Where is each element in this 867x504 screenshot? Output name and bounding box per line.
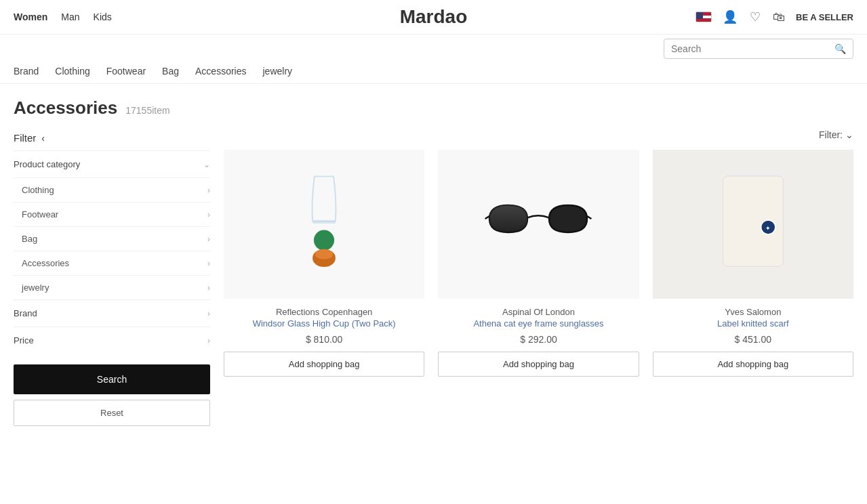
wishlist-icon[interactable]: ♡ <box>748 8 762 26</box>
filter-right-label: Filter: <box>819 129 843 140</box>
product-name-0: Windsor Glass High Cup (Two Pack) <box>224 318 424 329</box>
sidebar-reset-button[interactable]: Reset <box>14 400 210 426</box>
sub-clothing-label: Clothing <box>22 185 54 195</box>
product-brand-2: Yves Salomon <box>653 307 853 317</box>
cat-accessories[interactable]: Accessories <box>195 66 246 77</box>
product-brand-1: Aspinal Of London <box>438 307 639 317</box>
flag-icon[interactable] <box>695 12 712 22</box>
glass-svg <box>290 170 358 278</box>
sidebar-search-button[interactable]: Search <box>14 364 210 394</box>
filter-section-product-category: Product category ⌄ Clothing › Footwear ›… <box>14 150 210 299</box>
top-nav-right: 👤 ♡ 🛍 BE A SELLER <box>695 8 853 26</box>
filter-label: Filter <box>14 132 36 144</box>
sub-bag-icon: › <box>207 234 210 244</box>
product-name-2: Label knitted scarf <box>653 318 853 329</box>
sidebar: Filter ‹ Product category ⌄ Clothing › F… <box>14 125 210 426</box>
sub-accessories-label: Accessories <box>22 258 69 268</box>
svg-rect-0 <box>312 221 336 224</box>
sub-bag-label: Bag <box>22 234 37 244</box>
product-price-1: $ 292.00 <box>438 334 639 345</box>
sub-footwear-label: Footwear <box>22 209 58 219</box>
search-icon: 🔍 <box>834 43 846 54</box>
cat-clothing[interactable]: Clothing <box>55 66 89 77</box>
price-expand-icon: › <box>207 336 210 345</box>
filter-sub-clothing[interactable]: Clothing › <box>14 177 210 202</box>
product-category-header[interactable]: Product category ⌄ <box>14 151 210 177</box>
filter-collapse-icon: ‹ <box>41 133 45 144</box>
nav-man[interactable]: Man <box>61 12 79 22</box>
site-title: Mardao <box>400 6 468 28</box>
products-area: Filter: ⌄ <box>224 125 853 426</box>
scarf-svg: ✦ <box>706 170 801 278</box>
brand-expand-icon: › <box>207 309 210 318</box>
product-name-1: Athena cat eye frame sunglasses <box>438 318 639 329</box>
top-navigation: Women Man Kids Mardao 👤 ♡ 🛍 BE A SELLER <box>0 0 867 35</box>
search-box: 🔍 <box>664 39 853 59</box>
filter-sub-bag[interactable]: Bag › <box>14 226 210 251</box>
product-card-2: ✦ Yves Salomon Label knitted scarf $ 451… <box>653 150 853 377</box>
sub-footwear-icon: › <box>207 210 210 219</box>
svg-rect-6 <box>723 176 783 266</box>
brand-header[interactable]: Brand › <box>14 300 210 327</box>
product-card-0: Reflections Copenhagen Windsor Glass Hig… <box>224 150 424 377</box>
cat-footwear[interactable]: Footwear <box>106 66 146 77</box>
cat-brand[interactable]: Brand <box>14 66 39 77</box>
cat-jewelry[interactable]: jewelry <box>262 66 292 77</box>
svg-point-3 <box>315 249 333 259</box>
sub-clothing-icon: › <box>207 186 210 195</box>
product-image-2: ✦ <box>653 150 853 299</box>
product-brand-0: Reflections Copenhagen <box>224 307 424 317</box>
cart-icon[interactable]: 🛍 <box>771 9 786 26</box>
sunglasses-svg <box>484 194 592 255</box>
filter-right-chevron: ⌄ <box>845 129 853 140</box>
sub-accessories-icon: › <box>207 259 210 268</box>
page-header: Accessories 17155item <box>0 84 867 125</box>
user-icon[interactable]: 👤 <box>721 8 739 26</box>
product-price-2: $ 451.00 <box>653 334 853 345</box>
filter-right[interactable]: Filter: ⌄ <box>819 129 853 140</box>
price-label: Price <box>14 335 34 345</box>
main-layout: Filter ‹ Product category ⌄ Clothing › F… <box>0 125 867 426</box>
add-bag-button-1[interactable]: Add shopping bag <box>438 352 639 377</box>
product-price-0: $ 810.00 <box>224 334 424 345</box>
products-grid: Reflections Copenhagen Windsor Glass Hig… <box>224 150 853 377</box>
top-nav-left: Women Man Kids <box>14 12 112 22</box>
products-toolbar: Filter: ⌄ <box>224 125 853 150</box>
product-card-1: Aspinal Of London Athena cat eye frame s… <box>438 150 639 377</box>
item-count: 17155item <box>125 105 169 116</box>
price-header[interactable]: Price › <box>14 327 210 354</box>
be-seller-link[interactable]: BE A SELLER <box>796 12 853 22</box>
search-bar-container: 🔍 <box>0 35 867 59</box>
cat-bag[interactable]: Bag <box>162 66 179 77</box>
filter-header[interactable]: Filter ‹ <box>14 125 210 150</box>
nav-kids[interactable]: Kids <box>94 12 112 22</box>
brand-label: Brand <box>14 308 37 318</box>
add-bag-button-0[interactable]: Add shopping bag <box>224 352 424 377</box>
filter-sub-jewelry[interactable]: jewelry › <box>14 275 210 299</box>
svg-text:✦: ✦ <box>765 225 771 232</box>
page-title: Accessories <box>14 98 117 119</box>
svg-point-1 <box>314 230 334 250</box>
product-image-0 <box>224 150 424 299</box>
filter-sub-accessories[interactable]: Accessories › <box>14 251 210 275</box>
filter-sub-footwear[interactable]: Footwear › <box>14 202 210 226</box>
filter-section-brand: Brand › <box>14 299 210 327</box>
search-input[interactable] <box>671 43 834 54</box>
product-category-expand-icon: ⌄ <box>203 160 210 169</box>
add-bag-button-2[interactable]: Add shopping bag <box>653 352 853 377</box>
product-category-label: Product category <box>14 159 80 169</box>
nav-women[interactable]: Women <box>14 12 47 22</box>
sub-jewelry-icon: › <box>207 283 210 293</box>
product-image-1 <box>438 150 639 299</box>
sub-jewelry-label: jewelry <box>22 282 49 293</box>
filter-section-price: Price › <box>14 327 210 354</box>
category-navigation: Brand Clothing Footwear Bag Accessories … <box>0 59 867 84</box>
